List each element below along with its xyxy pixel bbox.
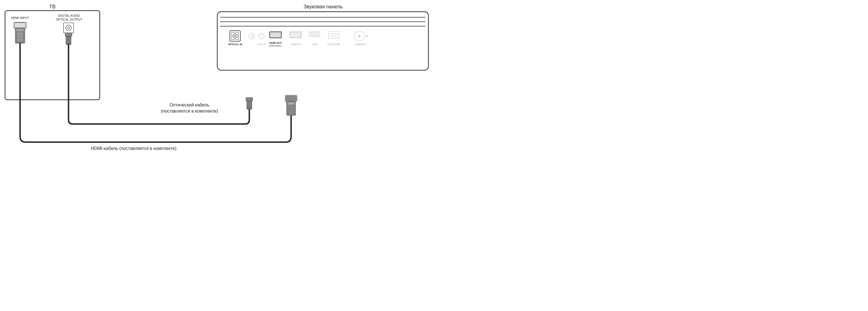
svg-point-39 xyxy=(258,33,265,39)
svg-rect-4 xyxy=(15,28,25,43)
hdmi-out-label: HDMI OUT xyxy=(269,41,282,44)
hdmi-cable-label: HDMI-кабель (поставляется в комплекте) xyxy=(91,146,176,151)
svg-rect-44 xyxy=(290,32,301,38)
svg-point-36 xyxy=(233,34,237,38)
svg-point-58 xyxy=(366,35,368,37)
diagram-container: ТВ HDMI INPUT DIGITAL AUDIO OPTICAL OUTP… xyxy=(0,0,434,156)
svg-rect-5 xyxy=(16,29,24,31)
svg-rect-48 xyxy=(329,31,339,38)
hdmi-input-label: HDMI INPUT xyxy=(11,16,29,20)
svg-rect-47 xyxy=(310,33,319,36)
svg-rect-1 xyxy=(14,22,26,28)
svg-text:OPTICAL OUTPUT: OPTICAL OUTPUT xyxy=(56,18,83,21)
svg-rect-15 xyxy=(66,36,71,44)
svg-point-37 xyxy=(234,35,236,37)
svg-rect-20 xyxy=(247,101,252,109)
optical-cable-label: Оптический кабель xyxy=(169,102,209,107)
svg-rect-6 xyxy=(17,32,23,42)
svg-rect-27 xyxy=(287,102,295,105)
svg-point-12 xyxy=(66,25,71,31)
hdmi-in-label: HDMI IN xyxy=(291,43,301,46)
svg-point-38 xyxy=(249,33,255,39)
svg-rect-3 xyxy=(14,23,26,28)
svg-rect-31 xyxy=(217,12,428,70)
svg-point-13 xyxy=(67,27,70,29)
svg-text:(eARC/ARC): (eARC/ARC) xyxy=(269,44,282,47)
svg-rect-24 xyxy=(285,95,297,101)
svg-rect-25 xyxy=(286,96,297,101)
optical-in-label: OPTICAL IN xyxy=(228,43,242,46)
connect-label: CONNECT xyxy=(354,43,367,46)
svg-rect-46 xyxy=(309,32,320,37)
network-label: NETWORK xyxy=(328,43,341,46)
aux-in-label: AUX IN xyxy=(257,43,266,46)
svg-point-40 xyxy=(260,35,263,38)
svg-rect-35 xyxy=(230,31,240,41)
soundbar-label: Звуковая панель xyxy=(304,4,343,9)
svg-text:(поставляется в комплекте): (поставляется в комплекте) xyxy=(161,109,218,114)
svg-rect-11 xyxy=(63,23,73,33)
digital-audio-label: DIGITAL AUDIO xyxy=(58,14,80,17)
svg-rect-26 xyxy=(287,101,296,115)
svg-rect-42 xyxy=(270,32,281,37)
svg-rect-0 xyxy=(5,10,100,100)
svg-rect-19 xyxy=(246,97,253,101)
svg-rect-45 xyxy=(290,32,301,37)
usb-label: USB xyxy=(312,43,317,46)
svg-rect-41 xyxy=(270,32,281,38)
tv-label: ТВ xyxy=(49,4,56,9)
svg-point-55 xyxy=(354,31,364,41)
svg-point-56 xyxy=(358,35,361,37)
svg-rect-14 xyxy=(65,33,72,36)
